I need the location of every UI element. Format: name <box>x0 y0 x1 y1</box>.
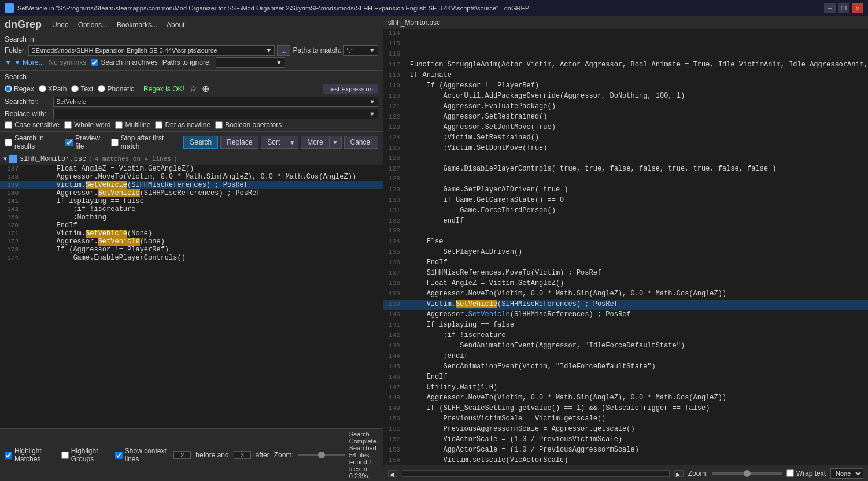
context-lines-before-input[interactable] <box>173 451 191 459</box>
replace-button[interactable]: Replace <box>220 136 258 149</box>
menu-undo[interactable]: Undo <box>49 20 72 30</box>
code-line: 145 SendAnimationEvent(Victim, "IdleForc… <box>383 362 868 373</box>
code-line: 120 ActorUtil.AddPackageOverride(Aggress… <box>383 92 868 102</box>
search-in-results-checkbox[interactable] <box>5 139 12 146</box>
more-action-arrow-button[interactable]: ▼ <box>329 136 342 149</box>
no-symlinks: No symlinks <box>49 58 86 66</box>
stop-after-first-label[interactable]: Stop after first match <box>111 134 182 150</box>
horizontal-scrollbar[interactable] <box>402 470 670 477</box>
code-line: 147 Utility.Wait(1.0) <box>383 383 868 394</box>
highlight-groups-checkbox[interactable] <box>61 452 69 459</box>
result-line[interactable]: 171 Victim.SetVehicle(None) <box>0 230 383 238</box>
browse-button[interactable]: ... <box>277 45 290 56</box>
search-for-value: SetVehicle <box>56 98 368 105</box>
dot-as-newline-label[interactable]: Dot as newline <box>155 121 210 129</box>
replace-with-combo[interactable]: ▼ <box>53 109 378 119</box>
case-sensitive-checkbox[interactable] <box>5 121 12 129</box>
case-sensitive-label[interactable]: Case sensitive <box>5 121 60 129</box>
result-line-highlighted[interactable]: 139 Victim.SetVehicle(SlHHMiscReferences… <box>0 181 383 189</box>
wrap-text-label[interactable]: Wrap text <box>786 469 826 478</box>
none-select[interactable]: None <box>830 468 863 479</box>
whole-word-checkbox[interactable] <box>64 121 72 129</box>
result-line[interactable]: 169 ;Nothing <box>0 213 383 221</box>
code-line: 127 Game.DisablePlayerControls( true, tr… <box>383 165 868 175</box>
code-line: 126 <box>383 154 868 165</box>
code-area[interactable]: 114 115 116 117Function StruggleAnim(Act… <box>383 29 868 465</box>
app-icon <box>5 3 14 13</box>
zoom-slider-left[interactable] <box>298 454 345 456</box>
code-line-active: 139 Victim.SetVehicle(SlHHMiscReferences… <box>383 300 868 310</box>
menu-options[interactable]: Options... <box>75 20 111 30</box>
radio-text[interactable]: Text <box>71 85 93 93</box>
sort-button[interactable]: Sort <box>261 136 286 149</box>
result-line[interactable]: 172 Aggressor.SetVehicle(None) <box>0 238 383 246</box>
restore-button[interactable]: ❐ <box>838 3 849 13</box>
wrap-text-checkbox[interactable] <box>786 469 794 477</box>
test-expression-button[interactable]: Test Expression <box>323 84 378 94</box>
expand-icon: ▼ <box>3 156 7 162</box>
scroll-right-button[interactable]: ► <box>674 470 684 477</box>
more-button[interactable]: ▼ ▼ More... <box>5 58 44 66</box>
result-line[interactable]: 142 ;if !iscreature <box>0 205 383 213</box>
whole-word-label[interactable]: Whole word <box>64 121 110 129</box>
dot-as-newline-checkbox[interactable] <box>155 121 162 129</box>
code-line: 151 PreviousAggressormScale = Aggressor.… <box>383 425 868 435</box>
boolean-operators-label[interactable]: Boolean operators <box>215 121 282 129</box>
action-row: Search in results Preview file Stop afte… <box>0 132 383 153</box>
search-for-row: Search for: SetVehicle ▼ <box>5 97 378 107</box>
before-and-label: before and <box>195 451 228 459</box>
multiline-checkbox[interactable] <box>115 121 123 129</box>
result-line[interactable]: 174 Game.EnablePlayerControls() <box>0 254 383 262</box>
bottom-bar-left: Highlight Matches Highlight Groups Show … <box>0 428 383 481</box>
paths-to-match-combo[interactable]: *.* ▼ <box>343 45 378 56</box>
bookmark-star-button[interactable]: ☆ <box>189 83 197 94</box>
result-line[interactable]: 141 If isplaying == false <box>0 197 383 205</box>
folder-combo[interactable]: SE\mods\mods\SLHH Expansion English SE 3… <box>28 45 275 56</box>
file-header[interactable]: ▼ slhh_Monitor.psc ( 4 matches on 4 line… <box>0 153 383 165</box>
multiline-label[interactable]: Multiline <box>115 121 150 129</box>
code-line: 134 Else <box>383 238 868 248</box>
boolean-operators-checkbox[interactable] <box>215 121 223 129</box>
results-area[interactable]: ▼ slhh_Monitor.psc ( 4 matches on 4 line… <box>0 153 383 428</box>
code-line: 143 SendAnimationEvent(Aggressor, "IdleF… <box>383 342 868 352</box>
main-container: dnGrep Undo Options... Bookmarks... Abou… <box>0 16 868 481</box>
radio-xpath[interactable]: XPath <box>39 85 67 93</box>
code-line: 115 <box>383 40 868 50</box>
search-section-title: Search <box>5 73 378 81</box>
show-context-label[interactable]: Show context lines <box>115 447 169 463</box>
radio-phonetic[interactable]: Phonetic <box>98 85 134 93</box>
preview-file-checkbox[interactable] <box>65 139 73 146</box>
search-in-results-label[interactable]: Search in results <box>5 134 63 150</box>
minimize-button[interactable]: ─ <box>824 3 836 13</box>
stop-after-first-checkbox[interactable] <box>111 139 119 146</box>
menu-bookmarks[interactable]: Bookmarks... <box>113 20 161 30</box>
search-in-archives-checkbox[interactable] <box>91 59 98 66</box>
code-line: 119 If (Aggressor != PlayerRef) <box>383 82 868 92</box>
scroll-left-button[interactable]: ◄ <box>388 470 397 477</box>
cancel-button[interactable]: Cancel <box>344 136 378 149</box>
result-line[interactable]: 170 EndIf <box>0 221 383 230</box>
more-action-button[interactable]: More <box>301 136 328 149</box>
result-line[interactable]: 137 Float AngleZ = Victim.GetAngleZ() <box>0 165 383 173</box>
menu-about[interactable]: About <box>163 20 188 30</box>
context-lines-after-input[interactable] <box>234 451 251 459</box>
search-for-combo[interactable]: SetVehicle ▼ <box>53 97 378 107</box>
show-context-checkbox[interactable] <box>115 452 123 459</box>
sort-arrow-button[interactable]: ▼ <box>286 136 298 149</box>
highlight-groups-label[interactable]: Highlight Groups <box>61 447 110 463</box>
highlight-matches-checkbox[interactable] <box>5 452 12 459</box>
paths-to-ignore-combo[interactable]: ▼ <box>216 57 285 68</box>
result-line[interactable]: 138 Aggressor.MoveTo(Victim, 0.0 * Math.… <box>0 173 383 181</box>
preview-file-label[interactable]: Preview file <box>65 134 109 150</box>
radio-regex[interactable]: Regex <box>5 85 34 93</box>
bookmark-plus-button[interactable]: ⊕ <box>202 83 209 94</box>
search-in-archives-label[interactable]: Search in archives <box>91 58 158 66</box>
code-line: 116 <box>383 50 868 61</box>
result-line[interactable]: 173 If (Aggressor != PlayerRef) <box>0 246 383 254</box>
search-button[interactable]: Search <box>183 136 218 149</box>
zoom-slider-right[interactable] <box>712 472 782 475</box>
wrap-text-text: Wrap text <box>796 469 826 478</box>
result-line[interactable]: 140 Aggressor.SetVehicle(SlHHMiscReferen… <box>0 189 383 197</box>
close-button[interactable]: ✕ <box>852 3 863 13</box>
highlight-matches-label[interactable]: Highlight Matches <box>5 447 57 463</box>
